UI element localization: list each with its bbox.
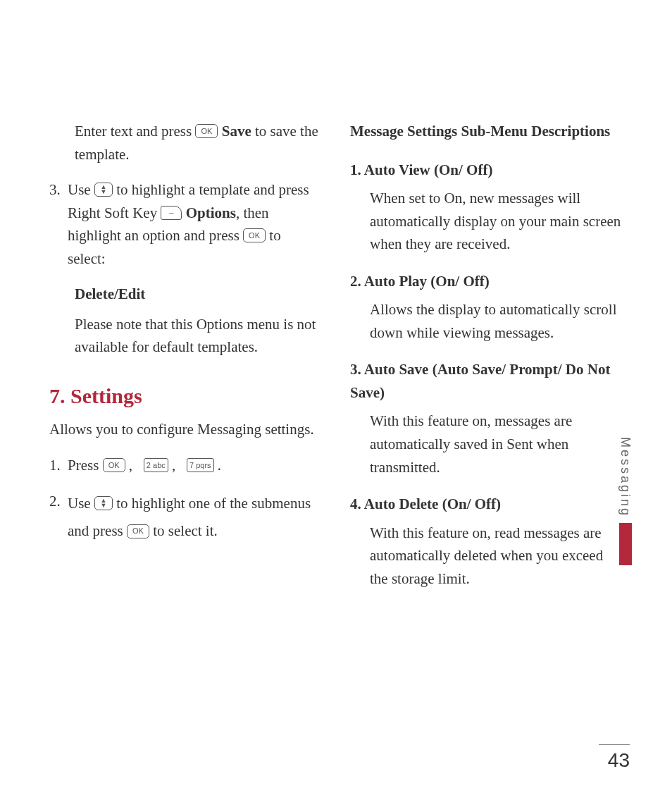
- submenu-item-2: 2. Auto Play (On/ Off) Allows the displa…: [350, 270, 623, 345]
- side-tab-bar: [619, 523, 632, 565]
- key-2-icon: 2 abc: [144, 458, 168, 472]
- side-tab-label: Messaging: [618, 437, 633, 517]
- text: ,: [172, 457, 183, 474]
- step-body: Use ▲▼ to highlight a template and press…: [68, 178, 322, 270]
- delete-edit-subhead: Delete/Edit: [75, 283, 322, 306]
- submenu-item-3: 3. Auto Save (Auto Save/ Prompt/ Do Not …: [350, 358, 623, 479]
- item-body: Allows the display to automatically scro…: [350, 298, 623, 344]
- step-number: 2.: [49, 490, 68, 546]
- step-body: Press OK , 2 abc , 7 pqrs .: [68, 454, 322, 477]
- note-paragraph: Please note that this Options menu is no…: [49, 313, 322, 359]
- up-down-key-icon: ▲▼: [94, 496, 113, 510]
- item-title: 4. Auto Delete (On/ Off): [350, 493, 623, 516]
- right-column: Message Settings Sub-Menu Descriptions 1…: [350, 120, 630, 604]
- right-soft-key-icon: –: [161, 206, 182, 220]
- step-body: Use ▲▼ to highlight one of the submenus …: [68, 490, 322, 546]
- left-column: Enter text and press OK Save to save the…: [42, 120, 322, 604]
- item-body: With this feature on, read messages are …: [350, 522, 623, 591]
- text: .: [218, 457, 221, 474]
- side-tab: Messaging: [618, 437, 633, 565]
- submenu-item-1: 1. Auto View (On/ Off) When set to On, n…: [350, 159, 623, 256]
- step-number: 1.: [49, 454, 68, 477]
- item-body: When set to On, new messages will automa…: [350, 187, 623, 256]
- ok-key-icon: OK: [127, 524, 149, 538]
- step-number: 3.: [49, 178, 68, 270]
- save-label: Save: [222, 123, 251, 140]
- key-7-icon: 7 pqrs: [187, 458, 214, 472]
- item-title: 1. Auto View (On/ Off): [350, 159, 623, 182]
- section-intro: Allows you to configure Messaging settin…: [49, 418, 322, 441]
- submenu-item-4: 4. Auto Delete (On/ Off) With this featu…: [350, 493, 623, 590]
- settings-step-2: 2. Use ▲▼ to highlight one of the submen…: [49, 490, 322, 546]
- intro-paragraph: Enter text and press OK Save to save the…: [49, 120, 322, 166]
- item-title: 2. Auto Play (On/ Off): [350, 270, 623, 293]
- item-body: With this feature on, messages are autom…: [350, 409, 623, 479]
- ok-key-icon: OK: [195, 124, 218, 138]
- text: Enter text and press: [75, 123, 195, 140]
- ok-key-icon: OK: [243, 228, 266, 242]
- settings-step-1: 1. Press OK , 2 abc , 7 pqrs .: [49, 454, 322, 477]
- up-down-key-icon: ▲▼: [94, 183, 113, 197]
- ok-key-icon: OK: [103, 458, 125, 472]
- text: Press: [68, 457, 103, 474]
- text: Use: [68, 181, 94, 198]
- submenu-heading: Message Settings Sub-Menu Descriptions: [350, 120, 623, 143]
- text: ,: [129, 457, 140, 474]
- text: Use: [68, 495, 94, 512]
- text: to select it.: [153, 522, 218, 539]
- section-7-title: 7. Settings: [49, 380, 322, 413]
- options-label: Options: [186, 204, 236, 221]
- item-title: 3. Auto Save (Auto Save/ Prompt/ Do Not …: [350, 358, 623, 404]
- page-number: 43: [599, 744, 630, 772]
- step-3: 3. Use ▲▼ to highlight a template and pr…: [49, 178, 322, 270]
